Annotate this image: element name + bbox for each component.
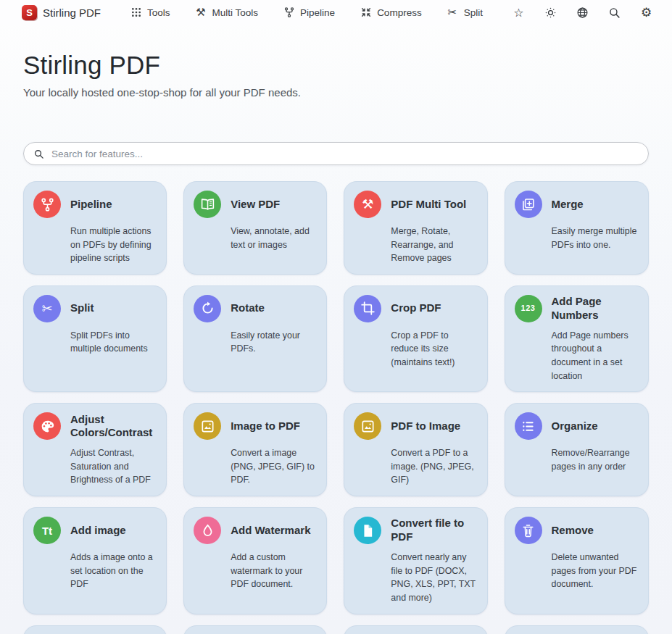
brand-label: Stirling PDF <box>43 7 101 19</box>
card-title: Remove <box>552 524 637 538</box>
page-subtitle: Your locally hosted one-stop-shop for al… <box>23 86 649 99</box>
card-description: Remove/Rearrange pages in any order <box>552 446 637 487</box>
page-title: Stirling PDF <box>23 51 649 80</box>
card-description: Run multiple actions on PDFs by defining… <box>70 225 155 265</box>
card-description: Convert nearly any file to PDF (DOCX, PN… <box>391 551 476 604</box>
card-description: Crop a PDF to reduce its size (maintains… <box>391 329 476 383</box>
image-icon <box>194 412 221 440</box>
nav-item-pipeline[interactable]: Pipeline <box>283 7 335 19</box>
card-title: Add image <box>70 524 155 538</box>
card-description: Convert a image (PNG, JPEG, GIF) to PDF. <box>231 446 315 487</box>
tool-card-organize[interactable]: OrganizeRemove/Rearrange pages in any or… <box>505 403 649 496</box>
search-button[interactable] <box>607 6 621 20</box>
card-title: Crop PDF <box>391 301 476 315</box>
card-description: Easily merge multiple PDFs into one. <box>552 225 637 265</box>
tool-card-adjust-colors-contrast[interactable]: Adjust Colors/ContrastAdjust Contrast, S… <box>23 403 167 496</box>
nav-item-tools[interactable]: Tools <box>130 7 170 19</box>
card-description: View, annotate, add text or images <box>231 225 315 265</box>
settings-button[interactable]: ⚙ <box>639 6 653 20</box>
tool-card-compress[interactable]: CompressCompress PDFs to reduce their fi… <box>344 625 487 634</box>
compress-icon <box>360 7 372 19</box>
tool-card-grid: PipelineRun multiple actions on PDFs by … <box>23 181 649 634</box>
book-open-icon <box>194 191 221 218</box>
tool-card-remove[interactable]: RemoveDelete unwanted pages from your PD… <box>505 507 649 614</box>
file-icon <box>354 517 381 544</box>
card-description: Convert a PDF to a image. (PNG, JPEG, GI… <box>391 446 476 487</box>
crop-icon <box>354 295 381 322</box>
tool-card-view-pdf[interactable]: View PDFView, annotate, add text or imag… <box>183 181 327 275</box>
one-two-three-icon: 123 <box>515 295 542 322</box>
scissors-icon: ✂ <box>447 7 459 19</box>
card-title: Merge <box>552 198 637 212</box>
card-description: Split PDFs into multiple documents <box>70 329 155 383</box>
card-description: Add a custom watermark to your PDF docum… <box>231 551 315 604</box>
nav-label: Tools <box>147 7 170 18</box>
card-title: Organize <box>552 420 637 433</box>
header-actions: ☆⚙ <box>512 6 653 20</box>
top-nav: S Stirling PDF Tools⚒Multi ToolsPipeline… <box>0 0 672 25</box>
card-description: Easily rotate your PDFs. <box>231 329 315 383</box>
tool-card-pdf-to-image[interactable]: PDF to ImageConvert a PDF to a image. (P… <box>344 403 487 496</box>
nav-item-compress[interactable]: Compress <box>360 7 422 19</box>
nav-label: Split <box>464 7 483 18</box>
card-title: Adjust Colors/Contrast <box>70 413 155 441</box>
favourites-button[interactable]: ☆ <box>512 6 526 20</box>
nav-label: Pipeline <box>300 7 335 18</box>
stirling-logo-icon: S <box>22 5 37 20</box>
tool-card-rotate[interactable]: RotateEasily rotate your PDFs. <box>183 285 327 392</box>
card-title: PDF to Image <box>391 420 476 433</box>
card-title: Pipeline <box>70 198 155 212</box>
trash-icon <box>515 517 542 544</box>
tool-card-convert-file-to-pdf[interactable]: Convert file to PDFConvert nearly any fi… <box>344 507 487 614</box>
droplet-icon <box>194 517 221 544</box>
pipeline-icon <box>283 7 295 19</box>
tool-card-pipeline[interactable]: PipelineRun multiple actions on PDFs by … <box>23 181 167 275</box>
nav-item-multi-tools[interactable]: ⚒Multi Tools <box>195 7 259 19</box>
tool-card-split[interactable]: ✂SplitSplit PDFs into multiple documents <box>23 285 167 392</box>
pipeline-icon <box>33 191 61 218</box>
theme-toggle-button[interactable] <box>544 6 557 20</box>
card-description: Adds a image onto a set location on the … <box>70 551 155 604</box>
card-title: PDF Multi Tool <box>391 198 476 212</box>
merge-icon <box>515 191 542 218</box>
tool-card-change-metadata[interactable]: Change MetadataChange/Remove/Add metadat… <box>505 625 649 634</box>
card-title: View PDF <box>231 198 315 212</box>
tool-card-pdf-multi-tool[interactable]: ⚒PDF Multi ToolMerge, Rotate, Rearrange,… <box>344 181 487 275</box>
tool-card-crop-pdf[interactable]: Crop PDFCrop a PDF to reduce its size (m… <box>344 285 487 392</box>
feature-search[interactable] <box>23 142 649 165</box>
multi-tools-icon: ⚒ <box>195 7 207 19</box>
image-icon <box>354 412 381 440</box>
apps-grid-icon <box>130 7 142 19</box>
card-title: Rotate <box>231 301 315 315</box>
tool-card-remove-password[interactable]: Remove PasswordRemove password protectio… <box>183 625 327 634</box>
language-button[interactable] <box>576 6 589 20</box>
card-title: Convert file to PDF <box>391 517 476 544</box>
text-tt-icon: Tt <box>33 517 61 544</box>
list-icon <box>515 412 542 440</box>
palette-icon <box>33 412 61 440</box>
card-title: Split <box>70 301 155 315</box>
tool-card-add-password[interactable]: Add PasswordEncrypt your PDF document wi… <box>23 625 167 634</box>
tool-card-merge[interactable]: MergeEasily merge multiple PDFs into one… <box>505 181 649 275</box>
nav-label: Multi Tools <box>212 7 259 18</box>
rotate-icon <box>194 295 221 322</box>
tool-card-add-page-numbers[interactable]: 123Add Page NumbersAdd Page numbers thro… <box>505 285 649 392</box>
main-nav: Tools⚒Multi ToolsPipelineCompress✂Split <box>130 7 483 19</box>
card-title: Image to PDF <box>231 420 315 433</box>
search-icon <box>33 149 44 159</box>
card-title: Add Watermark <box>231 524 315 538</box>
card-title: Add Page Numbers <box>552 295 637 322</box>
brand[interactable]: S Stirling PDF <box>22 5 101 20</box>
nav-item-split[interactable]: ✂Split <box>447 7 483 19</box>
tool-card-add-image[interactable]: TtAdd imageAdds a image onto a set locat… <box>23 507 167 614</box>
scissors-icon: ✂ <box>33 295 61 322</box>
main-content: Stirling PDF Your locally hosted one-sto… <box>0 51 672 634</box>
card-description: Delete unwanted pages from your PDF docu… <box>552 551 637 604</box>
card-description: Add Page numbers throughout a document i… <box>552 329 637 383</box>
multi-tools-icon: ⚒ <box>354 191 381 218</box>
card-description: Merge, Rotate, Rearrange, and Remove pag… <box>391 225 476 265</box>
tool-card-add-watermark[interactable]: Add WatermarkAdd a custom watermark to y… <box>183 507 327 614</box>
card-description: Adjust Contrast, Saturation and Brightne… <box>70 446 155 487</box>
search-input[interactable] <box>51 149 639 159</box>
tool-card-image-to-pdf[interactable]: Image to PDFConvert a image (PNG, JPEG, … <box>183 403 327 496</box>
